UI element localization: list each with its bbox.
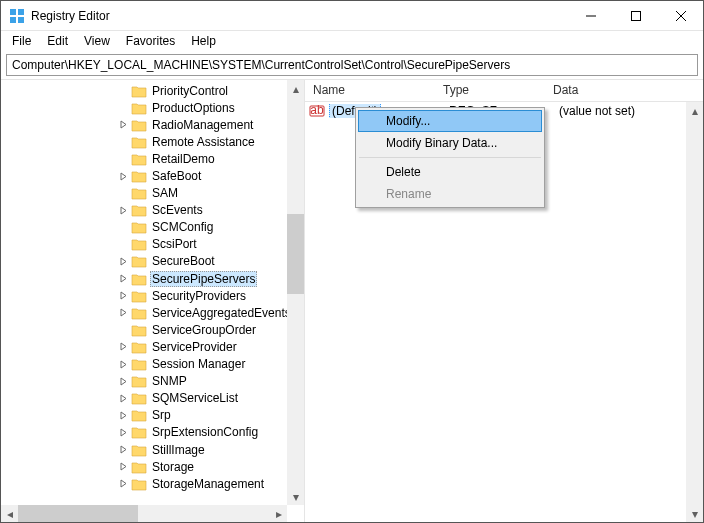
expand-icon[interactable]	[115, 479, 131, 488]
scroll-thumb[interactable]	[18, 505, 138, 522]
menu-edit[interactable]: Edit	[40, 32, 75, 50]
expand-icon[interactable]	[115, 257, 131, 266]
scroll-down-icon[interactable]: ▾	[287, 488, 304, 505]
tree-item[interactable]: SecureBoot	[1, 253, 304, 270]
list-header: Name Type Data	[305, 80, 703, 102]
expand-icon[interactable]	[115, 172, 131, 181]
tree-pane: PriorityControlProductOptionsRadioManage…	[1, 80, 305, 522]
tree-item-label: ScEvents	[150, 203, 205, 217]
menu-separator	[359, 157, 541, 158]
menu-help[interactable]: Help	[184, 32, 223, 50]
scroll-down-icon[interactable]: ▾	[686, 505, 703, 522]
tree-item[interactable]: ScsiPort	[1, 236, 304, 253]
scroll-right-icon[interactable]: ▸	[270, 505, 287, 522]
folder-icon	[131, 203, 147, 217]
svg-rect-1	[18, 9, 24, 15]
expand-icon[interactable]	[115, 274, 131, 283]
tree-item[interactable]: Session Manager	[1, 356, 304, 373]
expand-icon[interactable]	[115, 291, 131, 300]
folder-icon	[131, 477, 147, 491]
tree-item[interactable]: PriorityControl	[1, 82, 304, 99]
app-icon	[9, 8, 25, 24]
tree-item[interactable]: SecurePipeServers	[1, 270, 304, 287]
folder-icon	[131, 272, 147, 286]
expand-icon[interactable]	[115, 428, 131, 437]
tree-item-label: SCMConfig	[150, 220, 215, 234]
tree-item-label: Session Manager	[150, 357, 247, 371]
menu-modify-binary[interactable]: Modify Binary Data...	[358, 132, 542, 154]
tree-scrollbar-vertical[interactable]: ▴ ▾	[287, 80, 304, 505]
tree-item[interactable]: SQMServiceList	[1, 390, 304, 407]
expand-icon[interactable]	[115, 377, 131, 386]
tree-item[interactable]: ServiceGroupOrder	[1, 321, 304, 338]
menu-favorites[interactable]: Favorites	[119, 32, 182, 50]
column-data[interactable]: Data	[545, 80, 703, 101]
svg-text:ab: ab	[310, 103, 324, 117]
tree-item[interactable]: SAM	[1, 185, 304, 202]
tree-item[interactable]: SafeBoot	[1, 167, 304, 184]
tree-item[interactable]: SecurityProviders	[1, 287, 304, 304]
folder-icon	[131, 152, 147, 166]
tree-item[interactable]: Storage	[1, 458, 304, 475]
tree-item[interactable]: SrpExtensionConfig	[1, 424, 304, 441]
tree-item-label: Srp	[150, 408, 173, 422]
tree-item[interactable]: RetailDemo	[1, 150, 304, 167]
tree-item[interactable]: ServiceProvider	[1, 338, 304, 355]
tree-item[interactable]: StorageManagement	[1, 475, 304, 492]
close-button[interactable]	[658, 1, 703, 30]
list-pane: Name Type Data ab (Default) REG_SZ (valu…	[305, 80, 703, 522]
tree-item[interactable]: SNMP	[1, 373, 304, 390]
titlebar: Registry Editor	[1, 1, 703, 31]
tree-item-label: SecurityProviders	[150, 289, 248, 303]
scroll-left-icon[interactable]: ◂	[1, 505, 18, 522]
tree-item[interactable]: RadioManagement	[1, 116, 304, 133]
tree-item[interactable]: Remote Assistance	[1, 133, 304, 150]
tree-item-label: SecurePipeServers	[150, 271, 257, 287]
tree-item-label: ProductOptions	[150, 101, 237, 115]
minimize-button[interactable]	[568, 1, 613, 30]
column-name[interactable]: Name	[305, 80, 435, 101]
maximize-button[interactable]	[613, 1, 658, 30]
expand-icon[interactable]	[115, 120, 131, 129]
tree-item-label: SafeBoot	[150, 169, 203, 183]
menu-modify[interactable]: Modify...	[358, 110, 542, 132]
tree-item[interactable]: Srp	[1, 407, 304, 424]
tree-item[interactable]: ProductOptions	[1, 99, 304, 116]
menu-view[interactable]: View	[77, 32, 117, 50]
column-type[interactable]: Type	[435, 80, 545, 101]
tree-item-label: Storage	[150, 460, 196, 474]
expand-icon[interactable]	[115, 445, 131, 454]
tree-item[interactable]: ServiceAggregatedEvents	[1, 304, 304, 321]
tree-item-label: SAM	[150, 186, 180, 200]
expand-icon[interactable]	[115, 462, 131, 471]
folder-icon	[131, 118, 147, 132]
scroll-thumb[interactable]	[287, 214, 304, 294]
tree-item-label: SNMP	[150, 374, 189, 388]
address-bar[interactable]: Computer\HKEY_LOCAL_MACHINE\SYSTEM\Curre…	[6, 54, 698, 76]
tree-item-label: SecureBoot	[150, 254, 217, 268]
menu-delete[interactable]: Delete	[358, 161, 542, 183]
tree-item[interactable]: ScEvents	[1, 202, 304, 219]
tree-scrollbar-horizontal[interactable]: ◂ ▸	[1, 505, 287, 522]
tree-item[interactable]: SCMConfig	[1, 219, 304, 236]
tree-item-label: StillImage	[150, 443, 207, 457]
menu-file[interactable]: File	[5, 32, 38, 50]
list-scrollbar-vertical[interactable]: ▴ ▾	[686, 102, 703, 522]
tree-item-label: RadioManagement	[150, 118, 255, 132]
window-title: Registry Editor	[31, 9, 568, 23]
expand-icon[interactable]	[115, 394, 131, 403]
expand-icon[interactable]	[115, 206, 131, 215]
tree-item-label: ScsiPort	[150, 237, 199, 251]
expand-icon[interactable]	[115, 342, 131, 351]
folder-icon	[131, 425, 147, 439]
folder-icon	[131, 101, 147, 115]
scroll-up-icon[interactable]: ▴	[287, 80, 304, 97]
expand-icon[interactable]	[115, 308, 131, 317]
folder-icon	[131, 237, 147, 251]
tree-item-label: SrpExtensionConfig	[150, 425, 260, 439]
tree-item[interactable]: StillImage	[1, 441, 304, 458]
expand-icon[interactable]	[115, 411, 131, 420]
scroll-up-icon[interactable]: ▴	[686, 102, 703, 119]
svg-rect-5	[631, 11, 640, 20]
expand-icon[interactable]	[115, 360, 131, 369]
